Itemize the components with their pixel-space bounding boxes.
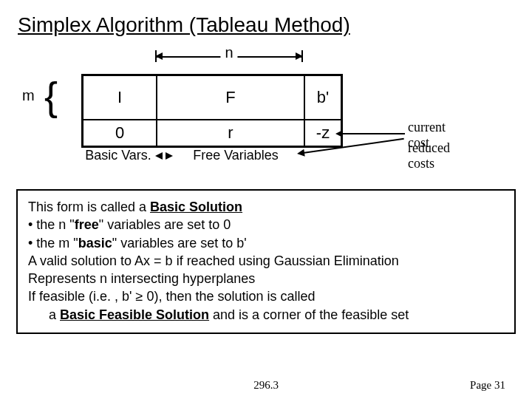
explain-bullet-2: • the m "basic" variables are set to b' bbox=[28, 234, 504, 252]
n-label: n bbox=[220, 44, 237, 61]
explain-line-1: This form is called a Basic Solution bbox=[28, 198, 504, 216]
free-vars-label: Free Variables bbox=[173, 148, 299, 163]
m-label: m bbox=[22, 87, 35, 104]
brace-icon: { bbox=[44, 74, 58, 118]
cell-bprime: b' bbox=[304, 75, 341, 120]
explain-line-5: Represents n intersecting hyperplanes bbox=[28, 270, 504, 287]
explain-line-6: If feasible (i.e. , b' ≥ 0), then the so… bbox=[28, 287, 504, 305]
page-number: Page 31 bbox=[470, 379, 505, 392]
course-number: 296.3 bbox=[253, 379, 279, 392]
explanation-box: This form is called a Basic Solution • t… bbox=[16, 189, 516, 334]
cell-F: F bbox=[157, 75, 304, 120]
slide-title: Simplex Algorithm (Tableau Method) bbox=[0, 0, 532, 43]
explain-bullet-1: • the n "free" variables are set to 0 bbox=[28, 216, 504, 233]
cell-zero: 0 bbox=[83, 120, 157, 146]
slide-footer: 296.3 Page 31 bbox=[0, 379, 532, 392]
basic-feasible-solution-term: Basic Feasible Solution bbox=[60, 307, 209, 322]
m-span-bracket: m { bbox=[27, 74, 56, 118]
reduced-costs-label: reduced costs bbox=[408, 140, 450, 171]
cell-r: r bbox=[157, 120, 304, 146]
double-arrow-icon bbox=[155, 148, 173, 163]
n-span-bracket: n bbox=[155, 49, 303, 64]
explain-line-7: a Basic Feasible Solution and is a corne… bbox=[28, 306, 504, 324]
basic-solution-term: Basic Solution bbox=[150, 200, 242, 214]
tableau-grid: I F b' 0 r -z bbox=[81, 74, 343, 148]
arrow-to-negz bbox=[341, 133, 405, 134]
tableau-diagram: n m { I F b' 0 r -z Basic Vars. Free Var… bbox=[81, 49, 421, 189]
cell-I: I bbox=[83, 75, 157, 120]
basic-vars-label: Basic Vars. bbox=[81, 148, 155, 163]
explain-line-4: A valid solution to Ax = b if reached us… bbox=[28, 252, 504, 270]
